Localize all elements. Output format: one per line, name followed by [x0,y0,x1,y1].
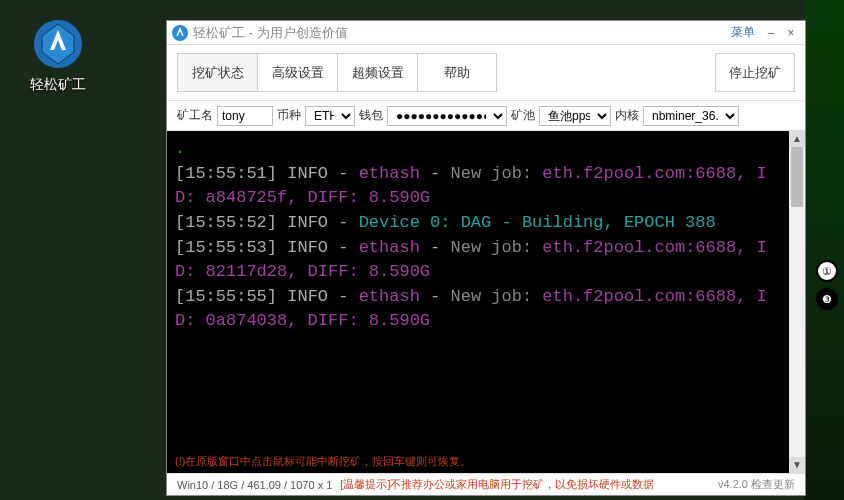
console-line: [15:55:51] INFO - ethash - New job: eth.… [175,162,781,211]
close-button[interactable]: × [781,26,801,40]
background-gradient [804,0,844,500]
side-icon-3[interactable]: ❸ [816,288,838,310]
statusbar: Win10 / 18G / 461.09 / 1070 x 1 [温馨提示]不推… [167,473,805,495]
console-scrollbar[interactable]: ▲ ▼ [789,131,805,473]
window-title: 轻松矿工 - 为用户创造价值 [193,24,725,42]
wallet-label: 钱包 [359,107,383,124]
scroll-thumb[interactable] [791,147,803,207]
miner-name-input[interactable] [217,106,273,126]
pool-select[interactable]: 鱼池pps+ [539,106,611,126]
miner-name-label: 矿工名 [177,107,213,124]
config-row: 矿工名 币种 ETH 钱包 ●●●●●●●●●●●●● 矿池 鱼池pps+ 内核… [167,101,805,131]
coin-label: 币种 [277,107,301,124]
tab-help[interactable]: 帮助 [417,53,497,92]
console-output: .[15:55:51] INFO - ethash - New job: eth… [167,131,789,473]
kernel-select[interactable]: nbminer_36.0 [643,106,739,126]
titlebar-icon [171,24,189,42]
toolbar: 挖矿状态 高级设置 超频设置 帮助 停止挖矿 [167,45,805,101]
stop-mining-button[interactable]: 停止挖矿 [715,53,795,92]
console-footnote: (!)在原版窗口中点击鼠标可能中断挖矿，按回车键则可恢复。 [175,454,471,469]
wallet-select[interactable]: ●●●●●●●●●●●●● [387,106,507,126]
status-warning: [温馨提示]不推荐办公或家用电脑用于挖矿，以免损坏硬件或数据 [340,477,654,492]
main-window: 轻松矿工 - 为用户创造价值 菜单 – × 挖矿状态 高级设置 超频设置 帮助 … [166,20,806,496]
side-icon-1[interactable]: ① [816,260,838,282]
tab-overclock-settings[interactable]: 超频设置 [337,53,417,92]
status-system-info: Win10 / 18G / 461.09 / 1070 x 1 [177,479,332,491]
scroll-up-arrow[interactable]: ▲ [789,131,805,147]
titlebar[interactable]: 轻松矿工 - 为用户创造价值 菜单 – × [167,21,805,45]
tab-advanced-settings[interactable]: 高级设置 [257,53,337,92]
minimize-button[interactable]: – [761,26,781,40]
menu-button[interactable]: 菜单 [725,24,761,41]
console-line: [15:55:53] INFO - ethash - New job: eth.… [175,236,781,285]
console-area: .[15:55:51] INFO - ethash - New job: eth… [167,131,805,473]
desktop-shortcut[interactable]: 轻松矿工 [12,16,104,94]
side-floating-icons: ① ❸ [816,260,838,310]
scroll-track[interactable] [789,147,805,457]
app-icon [30,16,86,72]
coin-select[interactable]: ETH [305,106,355,126]
kernel-label: 内核 [615,107,639,124]
scroll-down-arrow[interactable]: ▼ [789,457,805,473]
pool-label: 矿池 [511,107,535,124]
console-line: [15:55:55] INFO - ethash - New job: eth.… [175,285,781,334]
desktop-shortcut-label: 轻松矿工 [12,76,104,94]
status-version[interactable]: v4.2.0 检查更新 [718,477,795,492]
console-line: [15:55:52] INFO - Device 0: DAG - Buildi… [175,211,781,236]
tab-mining-status[interactable]: 挖矿状态 [177,53,257,92]
